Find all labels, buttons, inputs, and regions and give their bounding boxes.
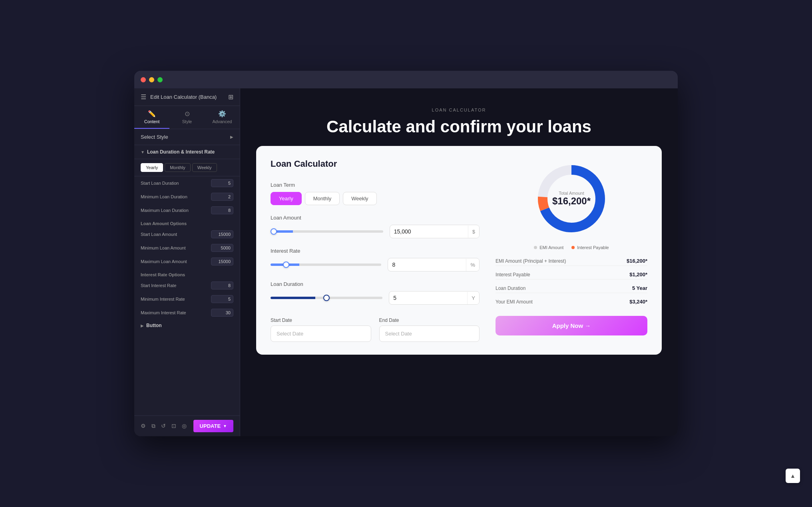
- hamburger-icon[interactable]: ☰: [141, 93, 146, 101]
- summary-emi-amount: Your EMI Amount $3,240*: [496, 297, 647, 306]
- interest-rate-input[interactable]: 8: [388, 258, 466, 271]
- button-section[interactable]: ▶ Button: [134, 319, 240, 331]
- start-loan-duration-input[interactable]: [211, 179, 233, 187]
- legend-interest-label: Interest Payable: [577, 245, 609, 250]
- interest-rate-unit: %: [466, 259, 479, 271]
- sidebar: ☰ Edit Loan Calculator (Banca) ⊞ ✏️ Cont…: [134, 88, 240, 436]
- layers-icon[interactable]: ⧉: [151, 423, 155, 429]
- sidebar-term-buttons: Yearly Monthly Weekly: [134, 159, 240, 176]
- loan-duration-input-group: 5 Y: [389, 291, 480, 305]
- min-interest-input[interactable]: [211, 295, 233, 303]
- button-section-label: Button: [146, 323, 162, 328]
- sidebar-header-left: ☰ Edit Loan Calculator (Banca): [141, 93, 217, 101]
- min-loan-amount-label: Minimum Loan Amount: [141, 246, 186, 250]
- start-loan-duration-label: Start Loan Duration: [141, 181, 179, 186]
- interest-dot: [571, 246, 575, 249]
- interest-rate-slider[interactable]: [271, 263, 381, 266]
- summary-duration-val: 5 Year: [632, 285, 647, 291]
- end-date-placeholder: Select Date: [385, 331, 412, 337]
- hero-title: Calculate and confirm your loans: [256, 117, 662, 136]
- summary-interest-key: Interest Payable: [496, 272, 530, 277]
- responsive-icon[interactable]: ⊡: [171, 423, 176, 429]
- update-button[interactable]: UPDATE ▼: [193, 420, 233, 432]
- tab-content-label: Content: [144, 119, 160, 124]
- term-monthly[interactable]: Monthly: [305, 192, 340, 205]
- loan-duration-label: Loan Duration: [271, 281, 480, 287]
- field-min-loan-amount: Minimum Loan Amount: [134, 241, 240, 255]
- max-loan-duration-input[interactable]: [211, 206, 233, 214]
- start-loan-amount-label: Start Loan Amount: [141, 232, 177, 237]
- sidebar-header: ☰ Edit Loan Calculator (Banca) ⊞: [134, 88, 240, 106]
- sidebar-term-monthly[interactable]: Monthly: [165, 163, 191, 172]
- select-style-label: Select Style: [141, 134, 168, 140]
- tab-style[interactable]: ⊙ Style: [169, 106, 205, 129]
- start-date-placeholder: Select Date: [277, 331, 303, 337]
- chart-legend: EMI Amount Interest Payable: [534, 245, 609, 250]
- duration-fields: Start Loan Duration Minimum Loan Duratio…: [134, 176, 240, 217]
- minimize-button[interactable]: [149, 77, 154, 82]
- settings-icon[interactable]: ⚙: [141, 423, 146, 429]
- field-min-loan-duration: Minimum Loan Duration: [134, 190, 240, 204]
- chevron-right-icon: ▶: [230, 135, 233, 139]
- tab-content[interactable]: ✏️ Content: [134, 106, 169, 129]
- loan-amount-input[interactable]: 15,000: [390, 225, 468, 238]
- max-loan-duration-label: Maximum Loan Duration: [141, 208, 189, 213]
- sidebar-tabs: ✏️ Content ⊙ Style ⚙️ Advanced: [134, 106, 240, 129]
- history-icon[interactable]: ↺: [161, 423, 166, 429]
- loan-duration-section-header[interactable]: ▼ Loan Duration & Interest Rate: [134, 145, 240, 159]
- apply-now-button[interactable]: Apply Now →: [496, 316, 647, 335]
- eye-icon[interactable]: ◎: [182, 423, 187, 429]
- tab-style-label: Style: [182, 119, 192, 124]
- sidebar-term-yearly[interactable]: Yearly: [141, 163, 163, 172]
- field-max-interest: Maximum Interest Rate: [134, 306, 240, 319]
- donut-label: Total Amount: [552, 191, 591, 196]
- max-loan-amount-label: Maximum Loan Amount: [141, 259, 187, 264]
- max-interest-input[interactable]: [211, 309, 233, 317]
- tab-advanced[interactable]: ⚙️ Advanced: [205, 106, 240, 129]
- loan-term-group: Loan Term Yearly Monthly Weekly: [271, 182, 480, 205]
- end-date-group: End Date Select Date: [379, 317, 480, 342]
- close-button[interactable]: [141, 77, 146, 82]
- start-date-input[interactable]: Select Date: [271, 325, 371, 342]
- app-body: ☰ Edit Loan Calculator (Banca) ⊞ ✏️ Cont…: [134, 88, 678, 436]
- summary-emi-principal: EMI Amount (Principal + Interest) $16,20…: [496, 256, 647, 266]
- term-buttons: Yearly Monthly Weekly: [271, 192, 480, 205]
- calc-left: Loan Calculator Loan Term Yearly Monthly…: [271, 159, 480, 342]
- field-max-loan-duration: Maximum Loan Duration: [134, 204, 240, 217]
- calculator-card: Loan Calculator Loan Term Yearly Monthly…: [256, 146, 662, 355]
- summary-emi-principal-val: $16,200*: [627, 258, 647, 264]
- max-loan-amount-input[interactable]: [211, 257, 233, 265]
- start-interest-label: Start Interest Rate: [141, 283, 176, 288]
- min-loan-amount-input[interactable]: [211, 244, 233, 252]
- field-start-loan-amount: Start Loan Amount: [134, 228, 240, 241]
- start-loan-amount-input[interactable]: [211, 230, 233, 238]
- donut-value: $16,200*: [552, 196, 591, 207]
- style-icon: ⊙: [185, 110, 190, 118]
- loan-amount-input-group: 15,000 $: [390, 225, 480, 238]
- start-interest-input[interactable]: [211, 281, 233, 289]
- summary-emi-amount-val: $3,240*: [629, 299, 647, 305]
- donut-center: Total Amount $16,200*: [552, 191, 591, 207]
- loan-amount-slider-row: 15,000 $: [271, 225, 480, 238]
- term-yearly[interactable]: Yearly: [271, 192, 302, 205]
- tab-advanced-label: Advanced: [213, 119, 232, 124]
- summary-interest-payable: Interest Payable $1,200*: [496, 270, 647, 279]
- loan-duration-group: Loan Duration 5 Y: [271, 281, 480, 305]
- loan-amount-slider[interactable]: [271, 230, 383, 233]
- maximize-button[interactable]: [157, 77, 163, 82]
- grid-icon[interactable]: ⊞: [228, 93, 233, 101]
- hero-section: LOAN CALCULATOR Calculate and confirm yo…: [240, 88, 678, 146]
- amount-section-label: Loan Amount Options: [134, 217, 240, 228]
- loan-duration-slider[interactable]: [271, 297, 382, 299]
- interest-fields: Start Interest Rate Minimum Interest Rat…: [134, 279, 240, 319]
- end-date-input[interactable]: Select Date: [379, 325, 480, 342]
- loan-duration-input[interactable]: 5: [389, 291, 467, 304]
- term-weekly[interactable]: Weekly: [343, 192, 376, 205]
- sidebar-term-weekly[interactable]: Weekly: [192, 163, 217, 172]
- summary-interest-val: $1,200*: [629, 271, 647, 277]
- content-icon: ✏️: [148, 110, 156, 118]
- scroll-to-top-button[interactable]: ▲: [786, 469, 800, 483]
- main-content: LOAN CALCULATOR Calculate and confirm yo…: [240, 88, 678, 436]
- min-loan-duration-input[interactable]: [211, 193, 233, 201]
- select-style-row[interactable]: Select Style ▶: [134, 129, 240, 145]
